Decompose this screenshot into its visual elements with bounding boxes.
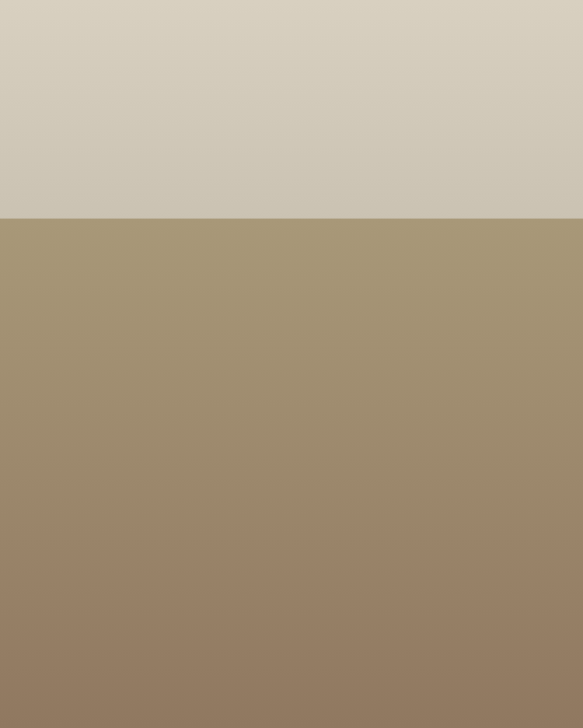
bottom-photo-row	[0, 565, 583, 658]
list-item[interactable]	[389, 565, 583, 658]
